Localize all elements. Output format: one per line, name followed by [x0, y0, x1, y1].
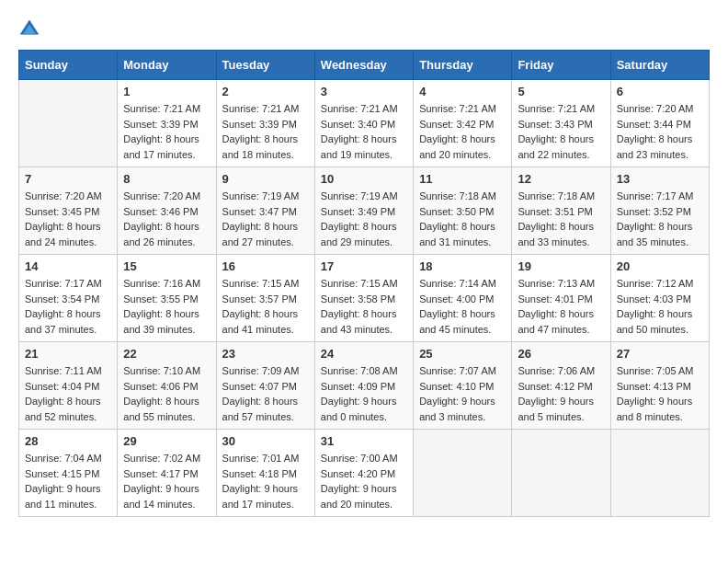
day-info: Sunrise: 7:20 AMSunset: 3:44 PMDaylight:… — [617, 101, 703, 162]
day-info: Sunrise: 7:14 AMSunset: 4:00 PMDaylight:… — [419, 276, 506, 337]
day-number: 27 — [617, 347, 703, 361]
calendar-cell: 12Sunrise: 7:18 AMSunset: 3:51 PMDayligh… — [512, 167, 610, 255]
calendar-cell: 14Sunrise: 7:17 AMSunset: 3:54 PMDayligh… — [19, 255, 118, 342]
weekday-header-monday: Monday — [118, 51, 216, 80]
calendar-cell: 25Sunrise: 7:07 AMSunset: 4:10 PMDayligh… — [414, 342, 512, 430]
calendar-cell: 29Sunrise: 7:02 AMSunset: 4:17 PMDayligh… — [118, 430, 216, 517]
calendar-cell: 9Sunrise: 7:19 AMSunset: 3:47 PMDaylight… — [216, 167, 314, 255]
day-info: Sunrise: 7:17 AMSunset: 3:54 PMDaylight:… — [25, 276, 111, 337]
day-number: 24 — [321, 347, 407, 361]
day-number: 22 — [123, 347, 210, 361]
day-info: Sunrise: 7:10 AMSunset: 4:06 PMDaylight:… — [123, 363, 210, 424]
day-info: Sunrise: 7:21 AMSunset: 3:42 PMDaylight:… — [419, 101, 506, 162]
calendar-table: SundayMondayTuesdayWednesdayThursdayFrid… — [18, 50, 710, 517]
day-number: 19 — [518, 259, 604, 273]
day-info: Sunrise: 7:19 AMSunset: 3:49 PMDaylight:… — [321, 189, 407, 249]
day-info: Sunrise: 7:21 AMSunset: 3:40 PMDaylight:… — [321, 101, 407, 162]
calendar-cell — [414, 430, 512, 517]
day-info: Sunrise: 7:18 AMSunset: 3:51 PMDaylight:… — [518, 189, 604, 249]
day-info: Sunrise: 7:21 AMSunset: 3:39 PMDaylight:… — [222, 101, 309, 162]
day-info: Sunrise: 7:00 AMSunset: 4:20 PMDaylight:… — [321, 451, 407, 511]
day-info: Sunrise: 7:08 AMSunset: 4:09 PMDaylight:… — [321, 363, 407, 424]
day-number: 18 — [419, 259, 506, 273]
calendar-cell: 20Sunrise: 7:12 AMSunset: 4:03 PMDayligh… — [610, 255, 709, 342]
day-info: Sunrise: 7:01 AMSunset: 4:18 PMDaylight:… — [222, 451, 309, 511]
calendar-cell: 13Sunrise: 7:17 AMSunset: 3:52 PMDayligh… — [610, 167, 709, 255]
calendar-cell — [610, 430, 709, 517]
day-info: Sunrise: 7:20 AMSunset: 3:45 PMDaylight:… — [25, 189, 111, 249]
day-info: Sunrise: 7:15 AMSunset: 3:58 PMDaylight:… — [321, 276, 407, 337]
day-number: 14 — [25, 259, 111, 273]
weekday-header-saturday: Saturday — [610, 51, 709, 80]
day-number: 13 — [617, 172, 703, 186]
day-number: 10 — [321, 172, 407, 186]
day-number: 2 — [222, 85, 309, 98]
logo-icon — [18, 18, 40, 40]
day-number: 6 — [617, 85, 703, 98]
day-info: Sunrise: 7:20 AMSunset: 3:46 PMDaylight:… — [123, 189, 210, 249]
calendar-cell: 15Sunrise: 7:16 AMSunset: 3:55 PMDayligh… — [118, 255, 216, 342]
day-info: Sunrise: 7:21 AMSunset: 3:43 PMDaylight:… — [518, 101, 604, 162]
day-info: Sunrise: 7:04 AMSunset: 4:15 PMDaylight:… — [25, 451, 111, 511]
day-info: Sunrise: 7:11 AMSunset: 4:04 PMDaylight:… — [25, 363, 111, 424]
day-info: Sunrise: 7:05 AMSunset: 4:13 PMDaylight:… — [617, 363, 703, 424]
calendar-cell: 11Sunrise: 7:18 AMSunset: 3:50 PMDayligh… — [414, 167, 512, 255]
calendar-cell: 23Sunrise: 7:09 AMSunset: 4:07 PMDayligh… — [216, 342, 314, 430]
day-number: 11 — [419, 172, 506, 186]
day-number: 26 — [518, 347, 604, 361]
calendar-cell — [512, 430, 610, 517]
day-number: 29 — [123, 434, 210, 448]
day-info: Sunrise: 7:06 AMSunset: 4:12 PMDaylight:… — [518, 363, 604, 424]
calendar-cell: 2Sunrise: 7:21 AMSunset: 3:39 PMDaylight… — [216, 80, 314, 167]
calendar-cell: 27Sunrise: 7:05 AMSunset: 4:13 PMDayligh… — [610, 342, 709, 430]
calendar-cell: 6Sunrise: 7:20 AMSunset: 3:44 PMDaylight… — [610, 80, 709, 167]
day-number: 8 — [123, 172, 210, 186]
calendar-cell: 1Sunrise: 7:21 AMSunset: 3:39 PMDaylight… — [118, 80, 216, 167]
calendar-week-row: 14Sunrise: 7:17 AMSunset: 3:54 PMDayligh… — [19, 255, 710, 342]
calendar-cell: 21Sunrise: 7:11 AMSunset: 4:04 PMDayligh… — [19, 342, 118, 430]
calendar-cell: 28Sunrise: 7:04 AMSunset: 4:15 PMDayligh… — [19, 430, 118, 517]
day-number: 1 — [123, 85, 210, 98]
calendar-week-row: 21Sunrise: 7:11 AMSunset: 4:04 PMDayligh… — [19, 342, 710, 430]
day-number: 9 — [222, 172, 309, 186]
calendar-cell: 19Sunrise: 7:13 AMSunset: 4:01 PMDayligh… — [512, 255, 610, 342]
calendar-cell: 4Sunrise: 7:21 AMSunset: 3:42 PMDaylight… — [414, 80, 512, 167]
day-number: 30 — [222, 434, 309, 448]
calendar-cell: 17Sunrise: 7:15 AMSunset: 3:58 PMDayligh… — [314, 255, 413, 342]
weekday-header-tuesday: Tuesday — [216, 51, 314, 80]
calendar-cell: 10Sunrise: 7:19 AMSunset: 3:49 PMDayligh… — [314, 167, 413, 255]
calendar-week-row: 7Sunrise: 7:20 AMSunset: 3:45 PMDaylight… — [19, 167, 710, 255]
day-info: Sunrise: 7:19 AMSunset: 3:47 PMDaylight:… — [222, 189, 309, 249]
day-info: Sunrise: 7:15 AMSunset: 3:57 PMDaylight:… — [222, 276, 309, 337]
calendar-cell: 5Sunrise: 7:21 AMSunset: 3:43 PMDaylight… — [512, 80, 610, 167]
calendar-cell: 3Sunrise: 7:21 AMSunset: 3:40 PMDaylight… — [314, 80, 413, 167]
day-number: 31 — [321, 434, 407, 448]
day-number: 5 — [518, 85, 604, 98]
day-info: Sunrise: 7:09 AMSunset: 4:07 PMDaylight:… — [222, 363, 309, 424]
day-number: 15 — [123, 259, 210, 273]
day-number: 7 — [25, 172, 111, 186]
day-info: Sunrise: 7:02 AMSunset: 4:17 PMDaylight:… — [123, 451, 210, 511]
weekday-header-row: SundayMondayTuesdayWednesdayThursdayFrid… — [19, 51, 710, 80]
day-number: 3 — [321, 85, 407, 98]
calendar-cell: 30Sunrise: 7:01 AMSunset: 4:18 PMDayligh… — [216, 430, 314, 517]
weekday-header-sunday: Sunday — [19, 51, 118, 80]
logo — [18, 18, 44, 40]
day-info: Sunrise: 7:21 AMSunset: 3:39 PMDaylight:… — [123, 101, 210, 162]
header — [18, 18, 710, 40]
day-number: 23 — [222, 347, 309, 361]
weekday-header-friday: Friday — [512, 51, 610, 80]
calendar-cell: 31Sunrise: 7:00 AMSunset: 4:20 PMDayligh… — [314, 430, 413, 517]
calendar-cell: 7Sunrise: 7:20 AMSunset: 3:45 PMDaylight… — [19, 167, 118, 255]
day-info: Sunrise: 7:16 AMSunset: 3:55 PMDaylight:… — [123, 276, 210, 337]
day-number: 21 — [25, 347, 111, 361]
day-info: Sunrise: 7:17 AMSunset: 3:52 PMDaylight:… — [617, 189, 703, 249]
day-info: Sunrise: 7:18 AMSunset: 3:50 PMDaylight:… — [419, 189, 506, 249]
day-info: Sunrise: 7:07 AMSunset: 4:10 PMDaylight:… — [419, 363, 506, 424]
calendar-cell: 18Sunrise: 7:14 AMSunset: 4:00 PMDayligh… — [414, 255, 512, 342]
day-number: 17 — [321, 259, 407, 273]
calendar-week-row: 28Sunrise: 7:04 AMSunset: 4:15 PMDayligh… — [19, 430, 710, 517]
day-number: 20 — [617, 259, 703, 273]
calendar-cell: 8Sunrise: 7:20 AMSunset: 3:46 PMDaylight… — [118, 167, 216, 255]
day-number: 12 — [518, 172, 604, 186]
